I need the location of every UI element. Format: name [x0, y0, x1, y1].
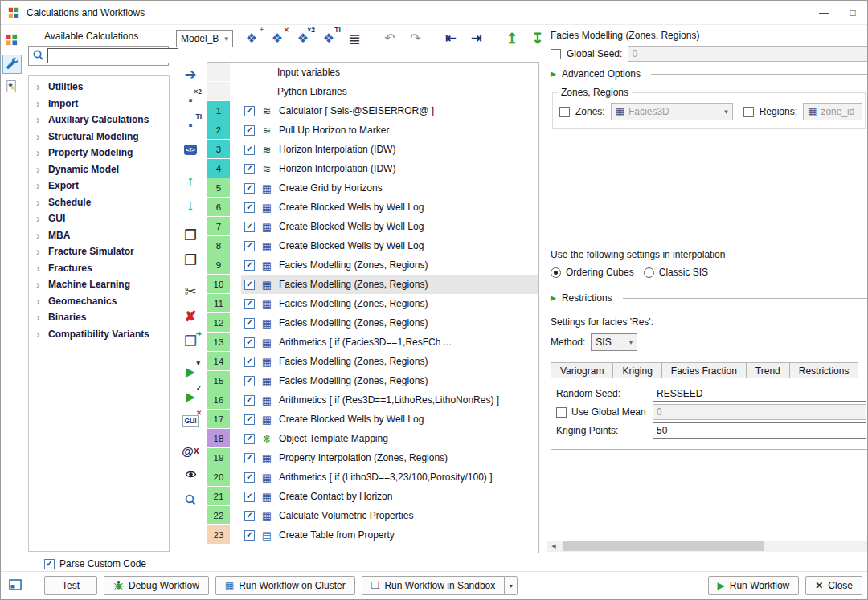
row-body[interactable]: ✓ ≋ Calculator [ Seis-@SEISERROR@ ] [241, 101, 538, 120]
step-checkbox[interactable]: ✓ [244, 492, 255, 502]
row-number-cell[interactable]: 12 [207, 313, 230, 333]
row-number-cell[interactable]: 8 [207, 236, 230, 255]
workflow-step-row[interactable]: 12 ✓ ▦ Facies Modelling (Zones, Regions) [207, 313, 538, 333]
method-combo[interactable]: SIS ▾ [591, 333, 637, 351]
chevron-right-icon[interactable]: › [36, 114, 48, 125]
expander-icon[interactable]: ▶ [551, 294, 556, 302]
step-checkbox[interactable]: ✓ [244, 530, 255, 541]
preview-button[interactable] [180, 466, 201, 485]
workflow-step-row[interactable]: 8 ✓ ▦ Create Blocked Wells by Well Log [207, 236, 538, 255]
step-checkbox[interactable]: ✓ [244, 395, 255, 406]
chevron-right-icon[interactable]: › [36, 263, 48, 274]
tree-item[interactable]: › Schedule [29, 194, 169, 211]
use-global-mean-checkbox[interactable] [556, 407, 567, 418]
debug-workflow-button[interactable]: Debug Workflow [104, 576, 209, 595]
row-body[interactable]: ✓ ▦ Calculate Volumetric Properties [241, 506, 538, 525]
copy-step-button[interactable]: ❐ [180, 226, 201, 245]
move-step-down-button[interactable]: ↓ [180, 196, 201, 215]
settings-tab[interactable]: Kriging [612, 362, 661, 378]
row-body[interactable]: ✓ ▦ Facies Modelling (Zones, Regions) [241, 294, 538, 313]
run-workflow-button[interactable]: ▶ Run Workflow [708, 576, 800, 595]
undo-button[interactable]: ↶ [379, 28, 400, 49]
workflow-step-row[interactable]: 18 ✓ ❋ Object Template Mapping [207, 429, 538, 448]
chevron-right-icon[interactable]: › [36, 81, 48, 92]
edit-code-button[interactable]: </> [180, 140, 201, 159]
find-button[interactable] [180, 491, 201, 510]
row-body[interactable]: ✓ ▤ Create Table from Property [241, 525, 538, 545]
cut-step-button[interactable]: ✂ [180, 282, 201, 301]
tree-item[interactable]: › Export [29, 178, 169, 194]
row-number-cell[interactable]: 22 [207, 506, 230, 525]
workflow-step-row[interactable]: 14 ✓ ▦ Facies Modelling (Zones, Regions) [207, 352, 538, 371]
row-body[interactable]: ✓ ▦ Create Blocked Wells by Well Log [241, 236, 538, 255]
dock-panel-button[interactable] [6, 576, 25, 595]
run-to-filter-button[interactable]: ▶ ▼ [180, 361, 201, 381]
workflow-step-row[interactable]: 5 ✓ ▦ Create Grid by Horizons [207, 178, 538, 198]
step-checkbox[interactable]: ✓ [244, 472, 255, 483]
step-checkbox[interactable]: ✓ [244, 260, 255, 271]
row-number-cell[interactable]: 7 [207, 217, 230, 236]
radio-option[interactable]: Ordering Cubes [551, 267, 634, 278]
tree-item[interactable]: › Structural Modeling [29, 129, 169, 145]
settings-tab[interactable]: Trend [746, 362, 790, 378]
radio-option[interactable]: Classic SIS [644, 267, 708, 278]
rail-models-button[interactable] [2, 31, 22, 51]
workflow-step-row[interactable]: 17 ✓ ▦ Create Blocked Wells by Well Log [207, 410, 538, 429]
workflow-step-row[interactable]: 19 ✓ ▦ Property Interpolation (Zones, Re… [207, 448, 538, 467]
chevron-right-icon[interactable]: › [36, 296, 48, 307]
row-number-cell[interactable]: 11 [207, 294, 230, 313]
zones-combo[interactable]: ▦ Facies3D ▾ [611, 103, 733, 120]
workflow-step-row[interactable]: 22 ✓ ▦ Calculate Volumetric Properties [207, 506, 538, 525]
workflow-step-row[interactable]: 23 ✓ ▤ Create Table from Property [207, 525, 538, 545]
search-input[interactable] [47, 48, 178, 63]
row-body[interactable]: ✓ ▦ Create Grid by Horizons [241, 178, 538, 198]
test-button[interactable]: Test [44, 576, 97, 595]
row-number-cell[interactable]: 21 [207, 487, 230, 506]
chevron-right-icon[interactable]: › [36, 197, 48, 208]
delete-step-button[interactable]: ❖ ✕ [267, 28, 288, 49]
row-number-cell[interactable]: 3 [207, 140, 230, 159]
row-body[interactable]: ✓ ▦ Create Blocked Wells by Well Log [241, 198, 538, 217]
row-body[interactable]: ✓ ▦ Arithmetics [ if (Litho3D==3,23/100,… [241, 467, 538, 487]
row-body[interactable]: ✓ ▦ Facies Modelling (Zones, Regions) [241, 313, 538, 333]
workflow-step-row[interactable]: 4 ✓ ≋ Horizon Interpolation (IDW) [207, 159, 538, 178]
chevron-right-icon[interactable]: › [36, 213, 48, 224]
radio-icon[interactable] [644, 267, 654, 278]
minimize-button[interactable]: — [809, 1, 838, 24]
tree-item[interactable]: › Fractures [29, 260, 169, 277]
horizontal-scrollbar[interactable]: ◀ [547, 541, 867, 552]
row-number-cell[interactable]: 5 [207, 178, 230, 198]
scrollbar-track[interactable] [560, 541, 867, 552]
parse-custom-code-checkbox[interactable]: ✓ [44, 559, 55, 569]
radio-icon[interactable] [551, 267, 561, 278]
regions-field[interactable]: ▦ zone_id [803, 103, 862, 120]
scrollbar-thumb[interactable] [563, 541, 764, 551]
step-checkbox[interactable]: ✓ [244, 357, 255, 367]
chevron-right-icon[interactable]: › [36, 279, 48, 290]
step-checkbox[interactable]: ✓ [244, 434, 255, 444]
step-checkbox[interactable]: ✓ [244, 511, 255, 521]
row-body[interactable]: ✓ ▦ Create Blocked Wells by Well Log [241, 217, 538, 236]
close-button[interactable]: ✕ Close [805, 576, 862, 595]
tree-item[interactable]: › MBA [29, 227, 169, 244]
chevron-right-icon[interactable]: › [36, 329, 48, 340]
tree-item[interactable]: › Auxiliary Calculations [29, 112, 169, 129]
step-checkbox[interactable]: ✓ [244, 453, 255, 463]
tree-item[interactable]: › GUI [29, 210, 169, 227]
row-body[interactable]: ✓ ▦ Create Contact by Horizon [241, 487, 538, 506]
row-number-cell[interactable] [207, 63, 230, 82]
step-checkbox[interactable]: ✓ [244, 202, 255, 213]
step-checkbox[interactable]: ✓ [244, 164, 255, 174]
workflow-step-row[interactable]: 16 ✓ ▦ Arithmetics [ if (Res3D==1,LithoR… [207, 390, 538, 410]
workflow-library-button[interactable]: ≣ [344, 28, 365, 49]
row-body[interactable]: ✓ ▦ Facies Modelling (Zones, Regions) [241, 255, 538, 275]
go-first-step-button[interactable]: ⇤ [440, 28, 461, 49]
row-body[interactable]: ✓ ▦ Facies Modelling (Zones, Regions) [241, 352, 538, 371]
row-number-cell[interactable]: 9 [207, 255, 230, 275]
delete-step-button[interactable]: ✘ [180, 307, 201, 326]
row-number-cell[interactable]: 1 [207, 101, 230, 120]
kriging-points-input[interactable] [653, 422, 866, 439]
duplicate-step-button[interactable]: ❖ ×2 [293, 28, 313, 49]
row-body[interactable]: ✓ ▦ Arithmetics [ if (Facies3D==1,ResFCh… [241, 333, 538, 352]
chevron-right-icon[interactable]: › [36, 312, 48, 323]
